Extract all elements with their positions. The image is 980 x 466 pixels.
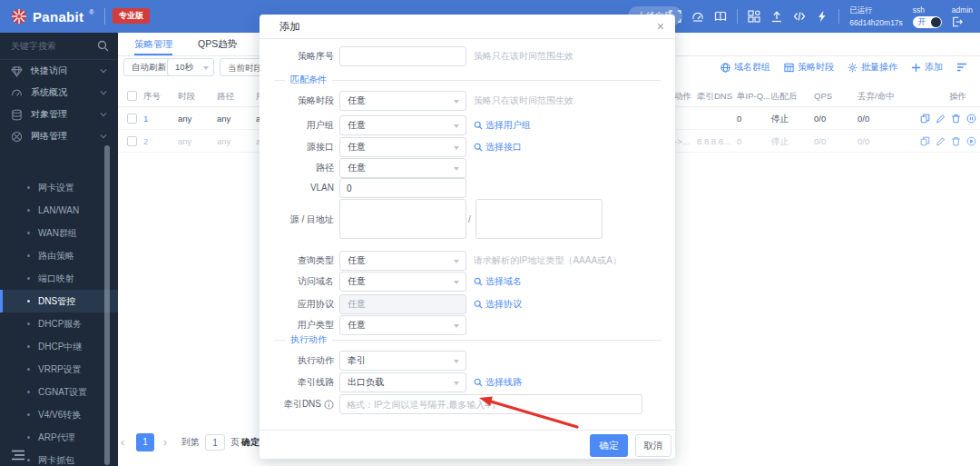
search-icon[interactable] <box>97 40 109 52</box>
delete-icon[interactable] <box>951 114 961 124</box>
dashboard-gauge-icon[interactable] <box>691 10 704 23</box>
ssh-toggle-knob <box>931 17 941 27</box>
field-label: 查询类型 <box>260 251 334 271</box>
copy-icon[interactable] <box>920 136 930 146</box>
select-line-link[interactable]: 选择线路 <box>474 372 522 392</box>
col-header-qps[interactable]: QPS <box>814 85 832 107</box>
col-header-path[interactable]: 路径 <box>217 85 234 107</box>
submenu-item-dns-control[interactable]: DNS管控 <box>0 290 118 312</box>
policy-no-input[interactable] <box>339 46 466 66</box>
submenu-item-vrrp[interactable]: VRRP设置 <box>0 358 118 381</box>
close-icon[interactable]: × <box>657 18 664 35</box>
delete-icon[interactable] <box>951 136 961 146</box>
field-path: 路径 任意 <box>260 158 675 178</box>
src-address-textarea[interactable] <box>339 199 466 239</box>
exec-action-select[interactable]: 牵引 <box>339 351 466 371</box>
select-interface-link[interactable]: 选择接口 <box>474 137 522 157</box>
src-interface-select[interactable]: 任意 <box>339 137 466 157</box>
submenu-item-dhcp-relay[interactable]: DHCP中继 <box>0 335 118 358</box>
submenu-item-arp-proxy[interactable]: ARP代理 <box>0 426 118 449</box>
col-header-matched[interactable]: 匹配后 <box>771 85 798 107</box>
sidebar-item-quick-access[interactable]: 快捷访问 <box>0 60 118 82</box>
policy-schedule-button[interactable]: 策略时段 <box>784 61 834 74</box>
tab-qps-trend[interactable]: QPS趋势 <box>198 33 237 55</box>
domain-select[interactable]: 任意 <box>339 272 466 292</box>
select-user-group-link[interactable]: 选择用户组 <box>474 115 531 135</box>
traction-line-select[interactable]: 出口负载 <box>339 372 466 392</box>
search-input[interactable] <box>0 41 87 51</box>
row-checkbox[interactable] <box>127 114 137 124</box>
submenu-item-nic-settings[interactable]: 网卡设置 <box>0 176 118 199</box>
select-all-checkbox[interactable] <box>127 91 137 101</box>
submenu-item-lan-wan[interactable]: LAN/WAN <box>0 199 118 222</box>
policy-time-select[interactable]: 任意 <box>339 91 466 111</box>
sidebar-collapse-icon[interactable] <box>11 449 25 461</box>
goto-confirm-button[interactable]: 确定 <box>241 432 260 452</box>
lightning-icon[interactable] <box>816 10 828 23</box>
col-header-drop[interactable]: 丢弃/命中 <box>858 85 895 107</box>
sidebar-item-network-management[interactable]: 网络管理 <box>0 125 118 147</box>
goto-page-label: 到第 <box>181 432 200 452</box>
submenu-item-dhcp-service[interactable]: DHCP服务 <box>0 312 118 335</box>
row-checkbox[interactable] <box>127 136 137 146</box>
col-header-period[interactable]: 时段 <box>178 85 195 107</box>
submenu-item-route-policy[interactable]: 路由策略 <box>0 244 118 267</box>
select-protocol-link[interactable]: 选择协议 <box>474 294 522 314</box>
batch-operations-button[interactable]: 批量操作 <box>848 61 897 74</box>
submenu-item-v4v6[interactable]: V4/V6转换 <box>0 403 118 426</box>
submenu-item-wan-group[interactable]: WAN群组 <box>0 222 118 244</box>
domain-group-button[interactable]: 域名群组 <box>720 61 770 74</box>
info-icon[interactable] <box>324 400 334 410</box>
col-header-action[interactable]: 动作 <box>674 85 691 107</box>
user-group-select[interactable]: 任意 <box>339 115 466 135</box>
ssh-toggle[interactable]: 开 <box>913 16 942 28</box>
add-policy-button[interactable]: 添加 <box>911 61 943 74</box>
magnifier-icon <box>474 143 483 152</box>
current-page-button[interactable]: 1 <box>136 433 154 451</box>
prev-page-button[interactable]: ‹ <box>121 432 124 452</box>
cancel-button[interactable]: 取消 <box>635 434 671 457</box>
refresh-interval-select[interactable]: 10秒 <box>167 58 214 76</box>
traction-dns-input[interactable] <box>339 394 642 414</box>
upload-icon[interactable] <box>770 10 783 23</box>
sidebar-item-system-overview[interactable]: 系统概况 <box>0 82 118 104</box>
sort-filter-icon[interactable] <box>956 62 967 73</box>
plus-icon <box>911 63 921 73</box>
table-actions: 域名群组 策略时段 批量操作 添加 <box>720 58 967 76</box>
edit-icon[interactable] <box>936 136 946 146</box>
logout-icon[interactable] <box>952 16 963 27</box>
submenu-item-cgnat[interactable]: CGNAT设置 <box>0 381 118 403</box>
edition-badge: 专业版 <box>113 8 150 24</box>
sidebar-scrollbar[interactable] <box>104 145 110 465</box>
section-match-conditions: 匹配条件 <box>274 73 661 87</box>
cell-no[interactable]: 2 <box>143 130 148 153</box>
col-header-no[interactable]: 序号 <box>143 85 161 107</box>
magnifier-icon <box>474 300 483 309</box>
dst-address-textarea[interactable] <box>475 199 603 239</box>
cell-no[interactable]: 1 <box>143 107 148 130</box>
header-actions: 已运行 66d14h20m17s ssh 开 admin <box>669 0 973 33</box>
query-type-select[interactable]: 任意 <box>339 251 466 271</box>
vlan-input[interactable] <box>339 178 466 198</box>
path-select[interactable]: 任意 <box>339 158 466 178</box>
pause-icon[interactable] <box>966 114 976 124</box>
cell-qps: 0/0 <box>814 107 826 130</box>
manual-book-icon[interactable] <box>714 10 727 23</box>
edit-icon[interactable] <box>936 114 946 124</box>
col-header-dns[interactable]: 牵引DNS <box>697 85 732 107</box>
schedule-grid-icon <box>784 63 794 73</box>
field-label: 源接口 <box>260 137 334 157</box>
tab-policy-management[interactable]: 策略管理 <box>134 33 172 55</box>
confirm-button[interactable]: 确定 <box>590 434 628 457</box>
code-console-icon[interactable] <box>793 10 806 23</box>
col-header-ipq[interactable]: 单IP-Q... <box>737 85 770 107</box>
apps-grid-icon[interactable] <box>748 10 760 23</box>
field-src-dst-address: 源 / 目地址 / <box>260 199 675 241</box>
submenu-item-port-mapping[interactable]: 端口映射 <box>0 267 118 290</box>
play-icon[interactable] <box>966 136 976 146</box>
goto-page-input[interactable] <box>205 434 225 451</box>
copy-icon[interactable] <box>920 114 930 124</box>
next-page-button[interactable]: › <box>163 432 167 452</box>
sidebar-item-object-management[interactable]: 对象管理 <box>0 104 118 125</box>
select-domain-link[interactable]: 选择域名 <box>474 272 522 292</box>
